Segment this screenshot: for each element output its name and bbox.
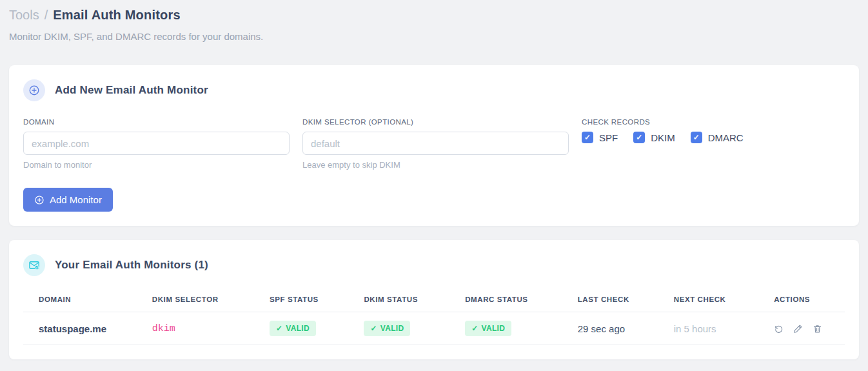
monitors-table: DOMAIN DKIM SELECTOR SPF STATUS DKIM STA… bbox=[23, 285, 845, 345]
dkim-status-badge: ✓ VALID bbox=[364, 321, 410, 336]
dkim-checkbox-label: DKIM bbox=[651, 132, 675, 143]
add-monitor-form: DOMAIN Domain to monitor DKIM SELECTOR (… bbox=[23, 118, 845, 170]
monitors-card-title: Your Email Auth Monitors (1) bbox=[55, 259, 208, 272]
col-header-actions: ACTIONS bbox=[758, 285, 845, 312]
add-monitor-card-title: Add New Email Auth Monitor bbox=[55, 84, 208, 97]
page-subtitle: Monitor DKIM, SPF, and DMARC records for… bbox=[9, 31, 859, 42]
check-records-options: ✓ SPF ✓ DKIM ✓ DMARC bbox=[582, 132, 845, 143]
check-records-group: CHECK RECORDS ✓ SPF ✓ DKIM ✓ DMARC bbox=[582, 118, 845, 143]
dmarc-status-text: VALID bbox=[482, 324, 506, 333]
monitors-card: Your Email Auth Monitors (1) DOMAIN DKIM… bbox=[9, 240, 859, 359]
page-title: Email Auth Monitors bbox=[53, 8, 181, 23]
spf-checkbox[interactable]: ✓ bbox=[582, 132, 593, 143]
monitor-dkim-selector: dkim bbox=[137, 312, 254, 345]
add-monitor-card: Add New Email Auth Monitor DOMAIN Domain… bbox=[9, 65, 859, 226]
dkim-checkbox[interactable]: ✓ bbox=[633, 132, 645, 143]
monitor-last-check: 29 sec ago bbox=[562, 312, 658, 345]
email-auth-monitors-page: Tools / Email Auth Monitors Monitor DKIM… bbox=[0, 0, 868, 359]
table-row: statuspage.me dkim ✓ VALID ✓ VALID bbox=[23, 312, 845, 345]
check-icon: ✓ bbox=[370, 324, 377, 333]
col-header-next-check: NEXT CHECK bbox=[658, 285, 758, 312]
col-header-domain: DOMAIN bbox=[23, 285, 137, 312]
monitors-card-header: Your Email Auth Monitors (1) bbox=[23, 254, 845, 276]
row-actions bbox=[774, 324, 829, 334]
check-records-label: CHECK RECORDS bbox=[582, 118, 845, 126]
spf-status-text: VALID bbox=[286, 324, 310, 333]
edit-icon[interactable] bbox=[793, 324, 803, 334]
add-monitor-card-header: Add New Email Auth Monitor bbox=[23, 79, 845, 101]
col-header-last-check: LAST CHECK bbox=[562, 285, 658, 312]
domain-input[interactable] bbox=[23, 132, 290, 155]
add-monitor-button-label: Add Monitor bbox=[50, 194, 102, 205]
col-header-dkim-selector: DKIM SELECTOR bbox=[137, 285, 254, 312]
dkim-checkbox-item[interactable]: ✓ DKIM bbox=[633, 132, 675, 143]
check-icon: ✓ bbox=[471, 324, 478, 333]
dkim-selector-field-hint: Leave empty to skip DKIM bbox=[302, 160, 569, 170]
breadcrumb: Tools / Email Auth Monitors bbox=[9, 8, 859, 23]
email-check-icon bbox=[23, 254, 45, 276]
dkim-selector-field-group: DKIM SELECTOR (OPTIONAL) Leave empty to … bbox=[302, 118, 569, 170]
dmarc-checkbox[interactable]: ✓ bbox=[691, 132, 702, 143]
breadcrumb-separator: / bbox=[44, 8, 48, 23]
breadcrumb-tools-link[interactable]: Tools bbox=[9, 8, 39, 23]
domain-field-label: DOMAIN bbox=[23, 118, 290, 126]
dkim-selector-field-label: DKIM SELECTOR (OPTIONAL) bbox=[302, 118, 569, 126]
plus-circle-icon bbox=[23, 79, 45, 101]
add-monitor-button[interactable]: Add Monitor bbox=[23, 188, 113, 212]
monitor-next-check: in 5 hours bbox=[658, 312, 758, 345]
dmarc-checkbox-item[interactable]: ✓ DMARC bbox=[691, 132, 744, 143]
plus-circle-icon bbox=[34, 195, 44, 205]
dkim-selector-input[interactable] bbox=[302, 132, 569, 155]
spf-checkbox-label: SPF bbox=[599, 132, 618, 143]
monitor-domain: statuspage.me bbox=[23, 312, 137, 345]
dmarc-status-badge: ✓ VALID bbox=[465, 321, 511, 336]
dmarc-checkbox-label: DMARC bbox=[708, 132, 744, 143]
page-header: Tools / Email Auth Monitors Monitor DKIM… bbox=[9, 0, 859, 42]
col-header-dmarc-status: DMARC STATUS bbox=[449, 285, 562, 312]
spf-status-badge: ✓ VALID bbox=[270, 321, 316, 336]
domain-field-group: DOMAIN Domain to monitor bbox=[23, 118, 290, 170]
delete-icon[interactable] bbox=[813, 324, 822, 334]
col-header-spf-status: SPF STATUS bbox=[254, 285, 349, 312]
dkim-status-text: VALID bbox=[380, 324, 404, 333]
col-header-dkim-status: DKIM STATUS bbox=[348, 285, 449, 312]
domain-field-hint: Domain to monitor bbox=[23, 160, 290, 170]
check-icon: ✓ bbox=[276, 324, 282, 333]
table-header-row: DOMAIN DKIM SELECTOR SPF STATUS DKIM STA… bbox=[23, 285, 845, 312]
refresh-icon[interactable] bbox=[774, 324, 784, 334]
spf-checkbox-item[interactable]: ✓ SPF bbox=[582, 132, 618, 143]
